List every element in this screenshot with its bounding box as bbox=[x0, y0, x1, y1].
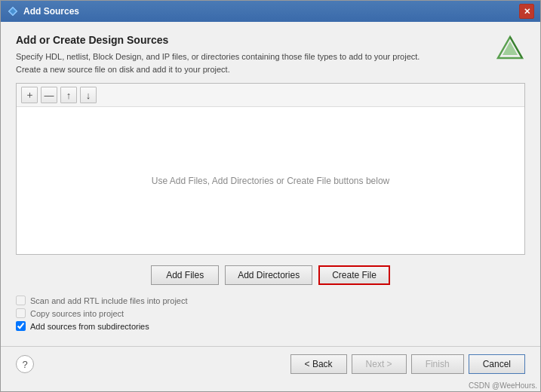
header-description: Specify HDL, netlist, Block Design, and … bbox=[16, 51, 487, 75]
add-directories-button[interactable]: Add Directories bbox=[225, 265, 312, 285]
option-copy-sources: Copy sources into project bbox=[16, 308, 525, 318]
options-section: Scan and add RTL include files into proj… bbox=[16, 292, 525, 334]
main-window: Add Sources ✕ Add or Create Design Sourc… bbox=[0, 0, 541, 392]
remove-file-button[interactable]: — bbox=[41, 87, 57, 103]
finish-button[interactable]: Finish bbox=[411, 354, 464, 374]
create-file-button[interactable]: Create File bbox=[318, 265, 390, 285]
header-text: Add or Create Design Sources Specify HDL… bbox=[16, 34, 487, 75]
option-add-subdirs: Add sources from subdirectories bbox=[16, 321, 525, 331]
add-subdirs-label: Add sources from subdirectories bbox=[30, 322, 149, 331]
action-buttons: Add Files Add Directories Create File bbox=[16, 265, 525, 285]
window-title: Add Sources bbox=[23, 6, 519, 17]
help-button[interactable]: ? bbox=[16, 355, 34, 373]
copy-sources-checkbox[interactable] bbox=[16, 308, 26, 318]
vivado-logo bbox=[495, 34, 525, 64]
next-button[interactable]: Next > bbox=[352, 354, 407, 374]
add-files-button[interactable]: Add Files bbox=[151, 265, 219, 285]
scan-rtl-label: Scan and add RTL include files into proj… bbox=[30, 296, 188, 305]
page-title: Add or Create Design Sources bbox=[16, 34, 487, 46]
move-down-button[interactable]: ↓ bbox=[80, 87, 97, 103]
file-panel: ＋ — ↑ ↓ Use Add Files, Add Directories o… bbox=[16, 83, 525, 255]
footer-buttons: < Back Next > Finish Cancel bbox=[34, 354, 525, 374]
footer: ? < Back Next > Finish Cancel bbox=[1, 346, 540, 381]
back-button[interactable]: < Back bbox=[290, 354, 347, 374]
close-button[interactable]: ✕ bbox=[519, 4, 534, 19]
option-scan-rtl: Scan and add RTL include files into proj… bbox=[16, 296, 525, 305]
copy-sources-label: Copy sources into project bbox=[30, 309, 124, 318]
window-icon bbox=[7, 5, 19, 17]
svg-marker-3 bbox=[503, 41, 518, 55]
cancel-button[interactable]: Cancel bbox=[469, 354, 525, 374]
header-section: Add or Create Design Sources Specify HDL… bbox=[16, 34, 525, 75]
move-up-button[interactable]: ↑ bbox=[60, 87, 77, 103]
content-area: Add or Create Design Sources Specify HDL… bbox=[1, 22, 540, 346]
file-list-empty: Use Add Files, Add Directories or Create… bbox=[17, 107, 524, 254]
add-file-button[interactable]: ＋ bbox=[21, 87, 38, 103]
add-subdirs-checkbox[interactable] bbox=[16, 321, 26, 331]
title-bar: Add Sources ✕ bbox=[1, 1, 540, 22]
file-toolbar: ＋ — ↑ ↓ bbox=[17, 84, 524, 107]
scan-rtl-checkbox[interactable] bbox=[16, 296, 26, 305]
watermark: CSDN @WeeHours. bbox=[1, 381, 540, 391]
